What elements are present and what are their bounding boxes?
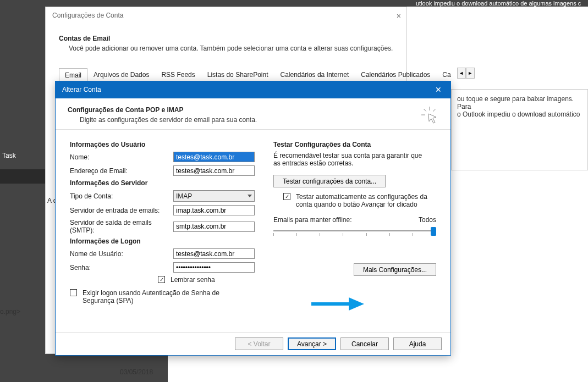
input-outgoing-server[interactable] <box>173 222 255 232</box>
test-settings-button[interactable]: Testar configurações da conta... <box>273 175 386 187</box>
back-button: < Voltar <box>235 337 283 350</box>
input-endereco[interactable] <box>173 165 255 176</box>
input-nome[interactable] <box>173 152 255 162</box>
dialog-close-icon[interactable]: ✕ <box>426 81 450 98</box>
dialog-title-bar: Alterar Conta ✕ <box>56 81 450 98</box>
section-test: Testar Configurações da Conta <box>273 141 436 148</box>
attachment-name: o.png> <box>0 308 20 315</box>
download-warning-line1: ou toque e segure para baixar imagens. P… <box>457 95 582 110</box>
accounts-header: Contas de Email <box>59 35 393 42</box>
label-endereco: Endereço de Email: <box>70 167 173 175</box>
select-tipo-conta: IMAP <box>173 190 255 202</box>
change-account-dialog: Alterar Conta ✕ Configurações de Conta P… <box>55 81 451 356</box>
checkbox-spa[interactable] <box>70 289 77 296</box>
left-selection-band <box>0 169 45 184</box>
pop-imap-subtext: Digite as configurações de servidor de e… <box>68 114 438 124</box>
dialog-title-text: Alterar Conta <box>62 86 101 93</box>
slider-thumb[interactable] <box>431 227 436 236</box>
offline-label: Emails para manter offline: <box>273 216 352 224</box>
input-username[interactable] <box>173 248 255 259</box>
label-username: Nome de Usuário: <box>70 250 173 258</box>
tab-published-cal[interactable]: Calendários Publicados <box>355 68 436 82</box>
label-spa: Exigir logon usando Autenticação de Senh… <box>83 289 248 305</box>
account-settings-close-icon[interactable]: × <box>397 12 401 20</box>
tab-scroll-left-button[interactable]: ◄ <box>457 68 466 79</box>
input-password[interactable] <box>173 262 255 273</box>
offline-slider[interactable] <box>273 226 436 238</box>
app-dark-bg-left <box>0 0 45 382</box>
svg-marker-7 <box>349 297 364 311</box>
label-password: Senha: <box>70 264 173 272</box>
svg-line-5 <box>433 109 436 112</box>
select-tipo-value: IMAP <box>176 192 192 200</box>
label-auto-test: Testar automaticamente as configurações … <box>296 193 433 208</box>
right-column: Testar Configurações da Conta É recomend… <box>273 140 436 306</box>
folder-task-label: Task <box>2 152 16 159</box>
top-warning-text: utlook impediu o download automático de … <box>416 0 581 7</box>
checkbox-remember-password[interactable] <box>158 276 165 283</box>
input-incoming-server[interactable] <box>173 205 255 215</box>
label-remember-password: Lembrar senha <box>171 276 215 284</box>
tab-sharepoint[interactable]: Listas do SharePoint <box>201 68 274 82</box>
help-button[interactable]: Ajuda <box>393 337 442 350</box>
checkbox-auto-test[interactable] <box>283 193 290 200</box>
tab-internet-cal[interactable]: Calendários da Internet <box>274 68 355 82</box>
svg-line-4 <box>424 109 426 112</box>
download-warning-panel: ou toque e segure para baixar imagens. P… <box>451 89 588 170</box>
test-description: É recomendável testar sua conta para gar… <box>273 152 427 167</box>
tab-data-files[interactable]: Arquivos de Dados <box>87 68 155 82</box>
label-incoming-server: Servidor de entrada de emails: <box>70 207 173 214</box>
label-outgoing-server: Servidor de saída de emails (SMTP): <box>70 219 173 234</box>
more-settings-button[interactable]: Mais Configurações... <box>354 263 436 276</box>
accounts-subtext: Você pode adicionar ou remover uma conta… <box>59 42 393 52</box>
cancel-button[interactable]: Cancelar <box>340 337 389 350</box>
account-settings-title: Configurações de Conta <box>46 7 406 24</box>
next-button[interactable]: Avançar > <box>288 337 336 350</box>
label-tipo-conta: Tipo de Conta: <box>70 192 173 200</box>
offline-value: Todos <box>419 216 436 224</box>
account-tabs: Email Arquivos de Dados RSS Feeds Listas… <box>59 68 393 82</box>
section-server-info: Informações do Servidor <box>70 179 255 187</box>
left-column: Informações do Usuário Nome: Endereço de… <box>70 140 255 306</box>
section-user-info: Informações do Usuário <box>70 141 255 148</box>
section-logon-info: Informações de Logon <box>70 237 255 245</box>
download-warning-line2: o Outlook impediu o download automático <box>457 110 582 118</box>
annotation-arrow-icon <box>310 296 365 314</box>
tab-overflow[interactable]: Ca <box>436 68 457 82</box>
tab-rss[interactable]: RSS Feeds <box>155 68 201 82</box>
date-label: 03/05/2018 <box>120 368 153 376</box>
tab-scroll-right-button[interactable]: ► <box>466 68 475 79</box>
pop-imap-heading: Configurações de Conta POP e IMAP <box>68 106 438 114</box>
chevron-down-icon <box>248 195 252 197</box>
label-nome: Nome: <box>70 153 173 161</box>
dialog-footer: < Voltar Avançar > Cancelar Ajuda <box>56 332 450 355</box>
cursor-click-icon <box>420 105 439 127</box>
